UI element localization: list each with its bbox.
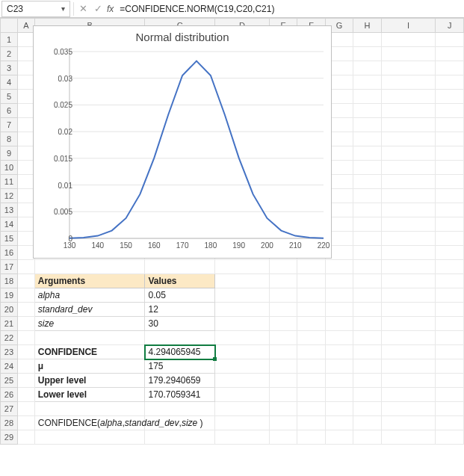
cell[interactable] <box>436 359 464 374</box>
cell[interactable]: Values <box>145 274 215 288</box>
cell[interactable] <box>353 146 381 161</box>
cell[interactable] <box>269 416 297 430</box>
cell[interactable] <box>325 260 353 274</box>
cell[interactable] <box>325 359 353 374</box>
cell[interactable] <box>381 146 436 161</box>
cell[interactable] <box>381 175 436 189</box>
cell[interactable] <box>325 402 353 416</box>
cell[interactable] <box>297 402 325 416</box>
cell[interactable] <box>17 345 34 359</box>
cell[interactable] <box>17 260 34 274</box>
cell[interactable] <box>353 189 381 203</box>
cell[interactable] <box>436 104 464 118</box>
cell[interactable] <box>325 374 353 388</box>
cell[interactable]: alpha <box>34 288 145 303</box>
cell[interactable]: μ <box>34 359 145 374</box>
cell[interactable] <box>381 90 436 104</box>
cell[interactable]: standard_dev <box>34 303 145 317</box>
cell[interactable] <box>353 75 381 90</box>
worksheet-grid[interactable]: A B C D E F G H I J 12345678910111213141… <box>0 18 464 476</box>
cell[interactable] <box>17 288 34 303</box>
row-header[interactable]: 16 <box>1 246 18 260</box>
row-header[interactable]: 6 <box>1 104 18 118</box>
cell[interactable] <box>353 303 381 317</box>
cell[interactable] <box>145 260 215 274</box>
cell[interactable] <box>269 402 297 416</box>
cell[interactable]: 179.2940659 <box>145 374 215 388</box>
cell[interactable] <box>17 246 34 260</box>
cell[interactable] <box>297 430 325 445</box>
cell[interactable] <box>215 374 270 388</box>
cell[interactable] <box>269 274 297 288</box>
cell[interactable] <box>436 189 464 203</box>
row-header[interactable]: 9 <box>1 146 18 161</box>
cell[interactable]: 170.7059341 <box>145 388 215 402</box>
cell[interactable] <box>269 374 297 388</box>
fx-icon[interactable]: fx <box>107 4 114 14</box>
cell[interactable] <box>436 217 464 232</box>
cell[interactable]: Lower level <box>34 388 145 402</box>
cell[interactable] <box>353 232 381 246</box>
cell[interactable] <box>436 118 464 132</box>
cell[interactable] <box>436 288 464 303</box>
cell[interactable] <box>353 331 381 345</box>
cell[interactable] <box>17 47 34 61</box>
cell[interactable] <box>17 402 34 416</box>
cell[interactable] <box>215 317 270 331</box>
cell[interactable] <box>297 274 325 288</box>
cell[interactable] <box>325 345 353 359</box>
cell[interactable] <box>381 161 436 175</box>
row-header[interactable]: 26 <box>1 388 18 402</box>
cell[interactable] <box>325 331 353 345</box>
cell[interactable] <box>215 274 270 288</box>
cell[interactable] <box>381 246 436 260</box>
cell[interactable] <box>353 104 381 118</box>
row-header[interactable]: 14 <box>1 217 18 232</box>
cell[interactable] <box>436 232 464 246</box>
cell[interactable] <box>353 288 381 303</box>
cell[interactable] <box>215 430 270 445</box>
cell[interactable]: 12 <box>145 303 215 317</box>
row-header[interactable]: 11 <box>1 175 18 189</box>
row-header[interactable]: 8 <box>1 132 18 146</box>
cell[interactable] <box>269 317 297 331</box>
cell[interactable]: Arguments <box>34 274 145 288</box>
cell[interactable] <box>215 416 270 430</box>
accept-icon[interactable]: ✓ <box>91 2 105 16</box>
cell[interactable] <box>325 288 353 303</box>
cell[interactable] <box>269 345 297 359</box>
cell[interactable] <box>215 388 270 402</box>
cell[interactable] <box>215 359 270 374</box>
cell[interactable] <box>17 317 34 331</box>
cell[interactable] <box>297 260 325 274</box>
cell[interactable] <box>325 416 353 430</box>
cell[interactable] <box>436 246 464 260</box>
cell[interactable] <box>381 416 436 430</box>
cell[interactable] <box>436 90 464 104</box>
row-header[interactable]: 22 <box>1 331 18 345</box>
cell[interactable] <box>353 132 381 146</box>
cell[interactable] <box>436 317 464 331</box>
cell[interactable] <box>297 288 325 303</box>
cell[interactable] <box>17 104 34 118</box>
cell[interactable] <box>381 374 436 388</box>
cell[interactable] <box>325 274 353 288</box>
cell[interactable] <box>297 345 325 359</box>
syntax-text[interactable]: CONFIDENCE(alpha,standard_dev,size ) <box>34 416 145 430</box>
cell[interactable] <box>17 203 34 217</box>
row-header[interactable]: 12 <box>1 189 18 203</box>
cell[interactable] <box>325 317 353 331</box>
col-header[interactable]: I <box>381 19 436 33</box>
chart[interactable]: Normal distribution 00.0050.010.0150.020… <box>33 25 332 259</box>
cell[interactable]: CONFIDENCE <box>34 345 145 359</box>
cell[interactable] <box>17 33 34 47</box>
cell[interactable] <box>17 331 34 345</box>
row-header[interactable]: 5 <box>1 90 18 104</box>
cell[interactable] <box>17 75 34 90</box>
row-header[interactable]: 15 <box>1 232 18 246</box>
row-header[interactable]: 19 <box>1 288 18 303</box>
row-header[interactable]: 3 <box>1 61 18 75</box>
cell[interactable]: 4.294065945 <box>145 345 215 359</box>
cell[interactable] <box>297 303 325 317</box>
cell[interactable] <box>17 161 34 175</box>
